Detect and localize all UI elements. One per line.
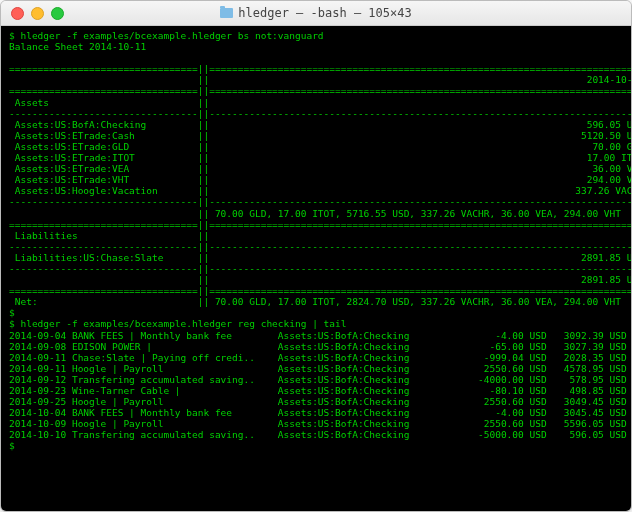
asset-row: Assets:US:ETrade:VHT || 294.00 VHT	[9, 174, 631, 185]
liabilities-total: || 2891.85 USD	[9, 274, 631, 285]
window-title-text: hledger — -bash — 105×43	[238, 6, 411, 20]
assets-total: || 70.00 GLD, 17.00 ITOT, 5716.55 USD, 3…	[9, 208, 621, 219]
header-date: || 2014-10-11	[9, 74, 631, 85]
prompt-cursor: $	[9, 440, 20, 451]
terminal-output: $ hledger -f examples/bcexample.hledger …	[9, 30, 623, 452]
net-row: Net: || 70.00 GLD, 17.00 ITOT, 2824.70 U…	[9, 296, 621, 307]
asset-row: Assets:US:ETrade:ITOT || 17.00 ITOT	[9, 152, 631, 163]
sep-bar: =================================||=====…	[9, 85, 631, 96]
command-line: $ hledger -f examples/bcexample.hledger …	[9, 318, 346, 329]
sep-bar: =================================||=====…	[9, 285, 631, 296]
register-row: 2014-09-04 BANK FEES | Monthly bank fee …	[9, 330, 627, 341]
liability-row: Liabilities:US:Chase:Slate || 2891.85 US…	[9, 252, 631, 263]
asset-row: Assets:US:Hoogle:Vacation || 337.26 VACH…	[9, 185, 631, 196]
sep-bar: =================================||=====…	[9, 219, 631, 230]
folder-icon	[220, 8, 233, 18]
register-row: 2014-09-11 Chase:Slate | Paying off cred…	[9, 352, 627, 363]
terminal-body[interactable]: $ hledger -f examples/bcexample.hledger …	[1, 26, 631, 512]
asset-row: Assets:US:ETrade:Cash || 5120.50 USD	[9, 130, 631, 141]
register-row: 2014-10-10 Transfering accumulated savin…	[9, 429, 627, 440]
prompt-empty: $	[9, 307, 15, 318]
register-row: 2014-09-08 EDISON POWER | Assets:US:BofA…	[9, 341, 627, 352]
window-title: hledger — -bash — 105×43	[1, 6, 631, 20]
register-row: 2014-09-23 Wine-Tarner Cable | Assets:US…	[9, 385, 627, 396]
liabilities-label: Liabilities ||	[9, 230, 209, 241]
register-row: 2014-09-11 Hoogle | Payroll Assets:US:Bo…	[9, 363, 627, 374]
terminal-window: hledger — -bash — 105×43 $ hledger -f ex…	[0, 0, 632, 512]
titlebar: hledger — -bash — 105×43	[1, 1, 631, 26]
balance-title: Balance Sheet 2014-10-11	[9, 41, 146, 52]
command-line: $ hledger -f examples/bcexample.hledger …	[9, 30, 324, 41]
dash-bar: ---------------------------------||-----…	[9, 196, 631, 207]
dash-bar: ---------------------------------||-----…	[9, 108, 631, 119]
register-row: 2014-10-04 BANK FEES | Monthly bank fee …	[9, 407, 627, 418]
register-row: 2014-09-12 Transfering accumulated savin…	[9, 374, 627, 385]
register-row: 2014-09-25 Hoogle | Payroll Assets:US:Bo…	[9, 396, 627, 407]
asset-row: Assets:US:ETrade:GLD || 70.00 GLD	[9, 141, 631, 152]
dash-bar: ---------------------------------||-----…	[9, 241, 631, 252]
register-row: 2014-10-09 Hoogle | Payroll Assets:US:Bo…	[9, 418, 627, 429]
header-bar: =================================||=====…	[9, 63, 631, 74]
assets-label: Assets ||	[9, 97, 209, 108]
asset-row: Assets:US:BofA:Checking || 596.05 USD	[9, 119, 631, 130]
dash-bar: ---------------------------------||-----…	[9, 263, 631, 274]
asset-row: Assets:US:ETrade:VEA || 36.00 VEA	[9, 163, 631, 174]
